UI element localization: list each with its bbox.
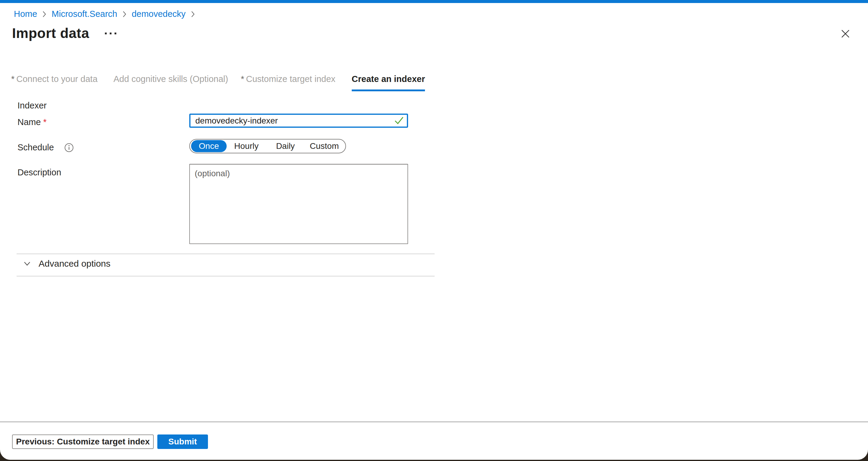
- tab-label: Customize target index: [246, 74, 336, 84]
- chevron-right-icon: [190, 10, 195, 18]
- description-textarea[interactable]: [189, 164, 408, 244]
- tab-connect-to-your-data[interactable]: *Connect to your data: [11, 74, 98, 90]
- advanced-options-label: Advanced options: [38, 258, 111, 269]
- schedule-segmented-control: Once Hourly Daily Custom: [189, 139, 346, 153]
- divider: [17, 276, 435, 277]
- schedule-option-daily[interactable]: Daily: [266, 140, 305, 153]
- schedule-option-once[interactable]: Once: [191, 140, 227, 152]
- page-title: Import data: [12, 25, 89, 41]
- more-options-icon[interactable]: [105, 33, 116, 34]
- schedule-field-label: Schedule: [18, 143, 54, 152]
- description-field-label: Description: [18, 167, 61, 178]
- breadcrumb-microsoft-search-link[interactable]: Microsoft.Search: [52, 9, 117, 19]
- chevron-right-icon: [42, 10, 47, 18]
- info-icon[interactable]: [64, 143, 74, 152]
- chevron-down-icon: [22, 259, 32, 269]
- tab-label: Connect to your data: [16, 74, 97, 84]
- tab-required-mark: *: [241, 74, 244, 84]
- schedule-option-hourly[interactable]: Hourly: [227, 140, 266, 153]
- chevron-right-icon: [122, 10, 127, 18]
- tab-label: Add cognitive skills (Optional): [114, 74, 228, 84]
- portal-top-accent-bar: [0, 0, 868, 3]
- wizard-tabs: *Connect to your data Add cognitive skil…: [11, 74, 425, 91]
- name-field-label: Name*: [18, 117, 47, 127]
- schedule-option-custom[interactable]: Custom: [305, 140, 344, 153]
- advanced-options-toggle[interactable]: Advanced options: [22, 258, 111, 269]
- submit-button[interactable]: Submit: [157, 434, 208, 449]
- tab-customize-target-index[interactable]: *Customize target index: [241, 74, 336, 90]
- tab-add-cognitive-skills[interactable]: Add cognitive skills (Optional): [114, 74, 228, 90]
- breadcrumb-demovedecky-link[interactable]: demovedecky: [132, 9, 186, 19]
- divider: [17, 253, 435, 254]
- indexer-name-input[interactable]: [189, 114, 408, 128]
- tab-required-mark: *: [11, 74, 14, 84]
- tab-create-an-indexer[interactable]: Create an indexer: [352, 74, 425, 91]
- import-data-blade: Home Microsoft.Search demovedecky Import…: [0, 0, 868, 460]
- breadcrumb-home-link[interactable]: Home: [14, 9, 37, 19]
- breadcrumb: Home Microsoft.Search demovedecky: [14, 9, 200, 19]
- footer-divider: [0, 421, 868, 423]
- tab-label: Create an indexer: [352, 74, 425, 84]
- required-asterisk: *: [43, 117, 46, 127]
- close-icon[interactable]: [840, 28, 851, 39]
- previous-step-button[interactable]: Previous: Customize target index: [12, 434, 154, 449]
- indexer-section-label: Indexer: [18, 101, 47, 111]
